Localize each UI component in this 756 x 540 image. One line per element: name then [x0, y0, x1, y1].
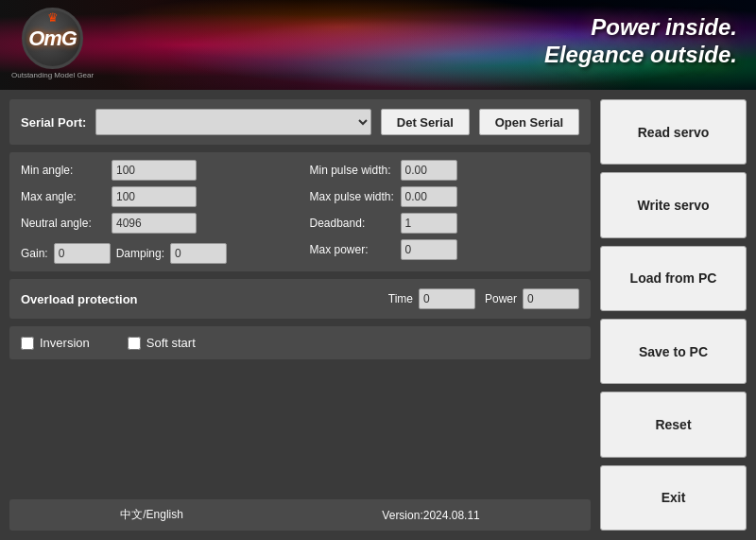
left-panel: Serial Port: Det Serial Open Serial Min …: [9, 99, 591, 531]
overload-label: Overload protection: [21, 292, 379, 306]
inversion-item: Inversion: [21, 336, 90, 350]
power-input[interactable]: [523, 288, 579, 309]
inversion-label: Inversion: [40, 336, 90, 350]
right-panel: Read servo Write servo Load from PC Save…: [600, 99, 747, 531]
damping-label: Damping:: [116, 247, 164, 260]
logo-subtitle: Outstanding Model Gear: [11, 71, 94, 79]
power-label: Power: [485, 292, 517, 305]
deadband-row: Deadband:: [310, 213, 580, 234]
gain-damping-row: Gain: Damping:: [21, 243, 291, 264]
max-angle-label: Max angle:: [21, 190, 106, 203]
neutral-angle-row: Neutral angle:: [21, 213, 291, 234]
reset-button[interactable]: Reset: [600, 392, 747, 457]
max-power-label: Max power:: [310, 243, 395, 256]
gain-input[interactable]: [54, 243, 111, 264]
max-angle-row: Max angle:: [21, 186, 291, 207]
logo-circle: ♛ OmG: [22, 8, 83, 69]
checkbox-row: Inversion Soft start: [21, 336, 579, 350]
serial-port-select[interactable]: [95, 109, 370, 135]
version-text: Version:2024.08.11: [382, 509, 479, 522]
write-servo-button[interactable]: Write servo: [600, 172, 747, 237]
main-panel: Serial Port: Det Serial Open Serial Min …: [0, 90, 756, 540]
exit-button[interactable]: Exit: [600, 465, 747, 531]
slogan-line2: Elegance outside.: [544, 42, 737, 69]
time-field: Time: [388, 288, 475, 309]
logo-text: OmG: [28, 28, 77, 49]
min-angle-label: Min angle:: [21, 164, 106, 177]
logo-crown-icon: ♛: [47, 11, 59, 24]
language-selector[interactable]: 中文/English: [120, 507, 183, 523]
min-pulse-row: Min pulse width:: [310, 160, 580, 181]
soft-start-item: Soft start: [128, 336, 196, 350]
det-serial-button[interactable]: Det Serial: [381, 109, 470, 135]
inversion-checkbox[interactable]: [21, 337, 34, 350]
logo-area: ♛ OmG Outstanding Model Gear: [11, 8, 94, 79]
read-servo-button[interactable]: Read servo: [600, 99, 747, 165]
max-power-input[interactable]: [401, 239, 457, 260]
min-pulse-input[interactable]: [401, 160, 457, 181]
max-pulse-row: Max pulse width:: [310, 186, 580, 207]
soft-start-checkbox[interactable]: [128, 337, 141, 350]
open-serial-button[interactable]: Open Serial: [479, 109, 579, 135]
damping-input[interactable]: [170, 243, 227, 264]
gain-label: Gain:: [21, 247, 48, 260]
deadband-label: Deadband:: [310, 217, 395, 230]
max-angle-input[interactable]: [112, 186, 197, 207]
time-input[interactable]: [419, 288, 475, 309]
save-to-pc-button[interactable]: Save to PC: [600, 319, 747, 384]
overload-row: Overload protection Time Power: [21, 288, 579, 309]
neutral-angle-input[interactable]: [112, 213, 197, 234]
angles-section: Min angle: Max angle: Neutral angle: Gai…: [9, 152, 591, 271]
slogan-line1: Power inside.: [544, 14, 737, 42]
load-from-pc-button[interactable]: Load from PC: [600, 246, 747, 311]
max-pulse-input[interactable]: [401, 186, 457, 207]
max-pulse-label: Max pulse width:: [310, 190, 395, 203]
min-angle-input[interactable]: [112, 160, 197, 181]
serial-port-label: Serial Port:: [21, 115, 86, 130]
checkboxes-section: Inversion Soft start: [9, 326, 591, 359]
min-pulse-label: Min pulse width:: [310, 164, 395, 177]
neutral-angle-label: Neutral angle:: [21, 217, 106, 230]
serial-section: Serial Port: Det Serial Open Serial: [9, 99, 591, 145]
serial-row: Serial Port: Det Serial Open Serial: [21, 109, 579, 135]
max-power-row: Max power:: [310, 239, 580, 260]
power-field: Power: [485, 288, 579, 309]
time-label: Time: [388, 292, 413, 305]
header: ♛ OmG Outstanding Model Gear Power insid…: [0, 0, 756, 90]
soft-start-label: Soft start: [146, 336, 196, 350]
min-angle-row: Min angle:: [21, 160, 291, 181]
footer-row: 中文/English Version:2024.08.11: [9, 499, 591, 531]
header-slogan: Power inside. Elegance outside.: [544, 14, 737, 69]
deadband-input[interactable]: [401, 213, 457, 234]
overload-section: Overload protection Time Power: [9, 279, 591, 319]
